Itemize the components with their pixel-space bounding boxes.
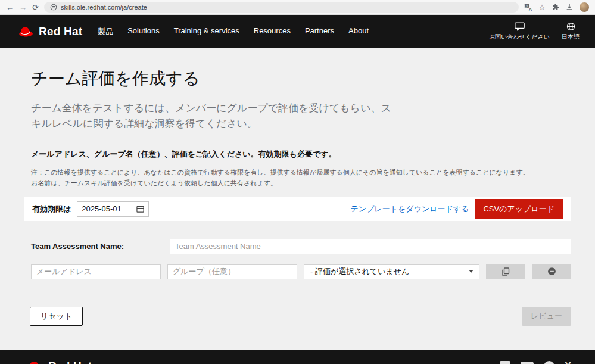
redhat-logo-text: Red Hat	[39, 25, 82, 38]
expiry-date-field[interactable]	[77, 201, 149, 217]
disclaimer-note: 注：この情報を提供することにより、あなたはこの資格で行動する権限を有し、提供する…	[31, 167, 558, 188]
facebook-icon[interactable]: f	[544, 361, 554, 364]
translate-icon[interactable]: 文 A	[524, 3, 532, 11]
csv-upload-button[interactable]: CSVのアップロード	[475, 199, 563, 219]
team-name-input[interactable]	[170, 239, 571, 254]
main-nav: 製品 Solutions Training & services Resourc…	[98, 26, 369, 37]
form-actions: リセット レビュー	[24, 307, 571, 326]
duplicate-row-button[interactable]	[486, 264, 525, 279]
site-header: Red Hat 製品 Solutions Training & services…	[0, 15, 595, 48]
assessment-select[interactable]: - 評価が選択されていません	[304, 264, 479, 279]
expiry-date-input[interactable]	[82, 204, 133, 213]
disclaimer-line2: お名前は、チームスキル評価を受けていただくよう依頼した個人に共有されます。	[31, 179, 277, 186]
team-name-row: Team Assessment Name:	[24, 239, 571, 254]
address-bar[interactable]: skills.ole.redhat.com/ja/create	[44, 2, 519, 13]
nav-item-training-services[interactable]: Training & services	[174, 26, 239, 37]
remove-row-button[interactable]	[532, 264, 571, 279]
disclaimer-line1: 注：この情報を提供することにより、あなたはこの資格で行動する権限を有し、提供する…	[31, 169, 529, 176]
calendar-icon[interactable]	[136, 205, 144, 213]
youtube-icon[interactable]	[521, 362, 534, 364]
downloads-icon[interactable]	[565, 3, 574, 11]
site-info-icon[interactable]	[50, 4, 57, 11]
site-footer: Red Hat in f X	[0, 350, 595, 364]
contact-us-button[interactable]: お問い合わせください	[489, 22, 550, 41]
member-entry-row: - 評価が選択されていません	[31, 264, 571, 279]
nav-item-about[interactable]: About	[348, 26, 369, 37]
reset-button[interactable]: リセット	[30, 307, 83, 326]
review-button[interactable]: レビュー	[522, 307, 571, 326]
extensions-icon[interactable]	[552, 4, 559, 11]
redhat-fedora-icon	[15, 25, 35, 39]
group-input[interactable]	[167, 264, 297, 279]
refresh-icon[interactable]: ⟳	[32, 4, 39, 11]
expiry-toolbar: 有効期限は テンプレートをダウンロードする CSVのアップロード	[24, 197, 571, 221]
social-links: in f X	[500, 361, 571, 364]
page-title: チーム評価を作成する	[31, 67, 571, 90]
language-label: 日本語	[562, 33, 580, 41]
contact-us-label: お問い合わせください	[489, 33, 550, 41]
email-input[interactable]	[31, 264, 161, 279]
nav-item-resources[interactable]: Resources	[254, 26, 291, 37]
back-icon[interactable]: ←	[6, 4, 14, 11]
redhat-logo[interactable]: Red Hat	[15, 25, 82, 39]
copy-icon	[501, 267, 510, 276]
footer-fedora-icon	[24, 359, 44, 364]
chevron-down-icon	[469, 270, 473, 273]
bookmark-star-icon[interactable]: ☆	[538, 4, 546, 11]
language-switcher[interactable]: 日本語	[562, 22, 580, 41]
svg-text:A: A	[529, 7, 532, 11]
assessment-select-value: - 評価が選択されていません	[310, 266, 409, 277]
chat-bubble-icon	[515, 22, 525, 31]
browser-toolbar: ← → ⟳ skills.ole.redhat.com/ja/create 文 …	[0, 0, 595, 15]
header-utilities: お問い合わせください 日本語	[489, 22, 580, 41]
globe-icon	[566, 22, 575, 31]
nav-item-solutions[interactable]: Solutions	[127, 26, 159, 37]
profile-avatar[interactable]	[580, 2, 589, 12]
footer-redhat-logo[interactable]: Red Hat	[24, 359, 92, 364]
download-template-link[interactable]: テンプレートをダウンロードする	[350, 204, 469, 214]
minus-circle-icon	[547, 267, 556, 276]
main-content: チーム評価を作成する チーム全体をテストするには、メンバーにグループで評価を受け…	[0, 67, 595, 350]
team-name-label: Team Assessment Name:	[24, 242, 170, 251]
instruction-text: メールアドレス、グループ名（任意）、評価をご記入ください。有効期限も必要です。	[31, 149, 571, 160]
x-icon[interactable]: X	[565, 361, 571, 364]
nav-item-products[interactable]: 製品	[98, 26, 113, 37]
url-text: skills.ole.redhat.com/ja/create	[61, 4, 147, 11]
forward-icon[interactable]: →	[19, 4, 27, 11]
expiry-label: 有効期限は	[32, 204, 71, 214]
intro-text: チーム全体をテストするには、メンバーにグループで評価を受けてもらい、スキルレベル…	[31, 101, 397, 132]
browser-actions: 文 A ☆	[524, 2, 589, 12]
footer-logo-text: Red Hat	[48, 360, 92, 364]
nav-item-partners[interactable]: Partners	[305, 26, 334, 37]
linkedin-icon[interactable]: in	[500, 361, 510, 364]
